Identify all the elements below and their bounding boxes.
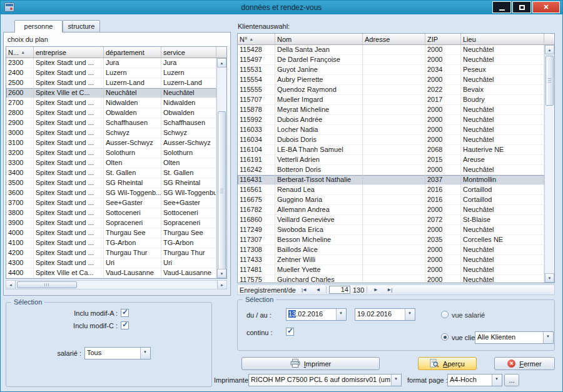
column-header[interactable]: Lieu (461, 34, 544, 44)
scroll-up-icon[interactable]: ▲ (545, 45, 554, 54)
format-page-dropdown[interactable]: A4-Hoch (447, 374, 502, 386)
record-position-input[interactable]: 14 (329, 286, 350, 294)
table-row[interactable]: 116431Berberat-Tissot Nathalie2037Montmo… (238, 175, 544, 185)
date-to-picker[interactable]: 19.02.2016 (355, 308, 415, 321)
salarie-dropdown[interactable]: Tous (84, 347, 151, 359)
scroll-thumb[interactable] (17, 281, 77, 288)
table-row[interactable]: 4100Spitex Stadt und ...TG-ArbonTG-Arbon (6, 238, 216, 248)
table-row[interactable]: 4000Spitex Stadt und ...Thurgau SeeThurg… (6, 228, 216, 238)
table-row[interactable]: 116675Guggino Maria2016Cortaillod (238, 195, 544, 205)
plan-grid-vscrollbar[interactable]: ▲ ▼ (216, 58, 226, 278)
vue-clients-radio[interactable] (441, 333, 449, 341)
column-header[interactable]: N°▲ (238, 34, 275, 44)
table-row[interactable]: 116561Renaud Lea2016Cortaillod (238, 185, 544, 195)
table-row[interactable]: 3600Spitex Stadt und ...SG Wil-Toggenb..… (6, 188, 216, 198)
table-row[interactable]: 2500Spitex Stadt und ...Luzern-LandLuzer… (6, 78, 216, 88)
table-row[interactable]: 4400Spitex Ville et Ca...Vaud-LausanneVa… (6, 268, 216, 278)
scroll-thumb[interactable] (218, 111, 226, 271)
table-row[interactable]: 4300Spitex Stadt und ...UriUri (6, 258, 216, 268)
next-record-button[interactable] (370, 286, 381, 294)
client-grid-vscrollbar[interactable]: ▲ ▼ (544, 45, 554, 283)
minimize-button[interactable] (492, 1, 511, 13)
scroll-thumb[interactable] (545, 56, 554, 106)
previous-record-button[interactable] (312, 286, 323, 294)
column-header[interactable]: Adresse (363, 34, 425, 44)
table-row[interactable]: 4200Spitex Stadt und ...Thurgau ThurThur… (6, 248, 216, 258)
chevron-down-icon[interactable] (140, 348, 150, 359)
table-row[interactable]: 3900Spitex Stadt und ...SopraceneriSopra… (6, 218, 216, 228)
scroll-left-icon[interactable]: ◄ (6, 281, 16, 289)
chevron-down-icon[interactable] (405, 309, 415, 320)
table-row[interactable]: 117307Besson Micheline2035Corcelles NE (238, 235, 544, 245)
plan-grid-hscrollbar[interactable]: ◄ ► (6, 280, 227, 289)
table-row[interactable]: 115497De Dardel Françoise2000Neuchâtel (238, 55, 544, 65)
maximize-button[interactable] (512, 1, 531, 13)
table-row[interactable]: 3100Spitex Stadt und ...Ausser-SchwyzAus… (6, 138, 216, 148)
chevron-down-icon[interactable] (543, 332, 553, 343)
table-row[interactable]: 115554Aubry Pierrette2000Neuchâtel (238, 75, 544, 85)
table-row[interactable]: 115707Mueller Imgard2017Boudry (238, 95, 544, 105)
column-header[interactable]: entreprise (34, 47, 104, 58)
column-header[interactable]: ZIP (425, 34, 461, 44)
table-row[interactable]: 117249Swoboda Erica2000Neuchâtel (238, 225, 544, 235)
fermer-button[interactable]: Fermer (494, 357, 555, 370)
table-row[interactable]: 3200Spitex Stadt und ...SolothurnSolothu… (6, 148, 216, 158)
table-row[interactable]: 3700Spitex Stadt und ...See+GasterSee+Ga… (6, 198, 216, 208)
table-row[interactable]: 2700Spitex Stadt und ...NidwaldenNidwald… (6, 98, 216, 108)
inclu-modif-a-checkbox[interactable] (121, 309, 129, 317)
imprimer-button[interactable]: Imprimer (241, 357, 380, 370)
scroll-up-icon[interactable]: ▲ (217, 58, 226, 68)
table-row[interactable]: 115878Meyrat Micheline2000Neuchâtel (238, 105, 544, 115)
table-row[interactable]: 116242Botteron Doris2000Neuchâtel (238, 165, 544, 175)
clients-filter-dropdown[interactable]: Alle Klienten (475, 331, 554, 344)
table-row[interactable]: 117308Baillods Alice2000Neuchâtel (238, 245, 544, 255)
tab-personne[interactable]: personne (14, 20, 63, 33)
first-record-button[interactable] (298, 286, 310, 294)
table-row[interactable]: 3800Spitex Stadt und ...SottoceneriSotto… (6, 208, 216, 218)
last-record-button[interactable] (383, 286, 395, 294)
table-row[interactable]: 3400Spitex Stadt und ...St. GallenSt. Ga… (6, 168, 216, 178)
date-from-picker[interactable]: 13.02.2016 (286, 308, 347, 321)
table-row[interactable]: 116033Locher Nadia2000Neuchâtel (238, 125, 544, 135)
printer-dropdown[interactable]: RICOH MP C7500 PCL 6 auf domissrv01 (um (248, 374, 402, 386)
chevron-down-icon[interactable] (391, 374, 401, 386)
scroll-down-icon[interactable]: ▼ (545, 273, 554, 283)
cell: Veillard Geneviève (275, 215, 363, 225)
table-row[interactable]: 115555Quendoz Raymond2022Bevaix (238, 85, 544, 95)
table-row[interactable]: 2600Spitex Ville et C...NeuchâtelNeuchât… (6, 88, 216, 98)
browse-button[interactable]: ... (504, 374, 519, 386)
scroll-down-icon[interactable]: ▼ (217, 269, 226, 278)
chevron-down-icon[interactable] (336, 309, 346, 320)
table-row[interactable]: 3500Spitex Stadt und ...SG RheintalSG Rh… (6, 178, 216, 188)
table-row[interactable]: 2400Spitex Stadt und ...LuzernLuzern (6, 68, 216, 78)
table-row[interactable]: 117481Mueller Yvette2000Neuchâtel (238, 265, 544, 275)
table-row[interactable]: 117575Guinchard Charles2000Neuchâtel (238, 275, 544, 283)
column-header[interactable]: service (161, 47, 216, 58)
table-row[interactable]: 2300Spitex Stadt und ...JuraJura (6, 58, 216, 68)
apercu-button[interactable]: Aperçu (418, 357, 477, 370)
tab-structure[interactable]: structure (63, 20, 100, 32)
table-row[interactable]: 3000Spitex Stadt und ...SchwyzSchwyz (6, 128, 216, 138)
table-row[interactable]: 116782Allemann Andrea2000Neuchâtel (238, 205, 544, 215)
vue-salarie-radio[interactable] (441, 311, 449, 318)
close-button[interactable]: ✕ (532, 1, 560, 13)
table-row[interactable]: 116860Veillard Geneviève2072St-Blaise (238, 215, 544, 225)
table-row[interactable]: 115992Dubois Andrée2000Neuchâtel (238, 115, 544, 125)
table-row[interactable]: 2800Spitex Stadt und ...ObwaldenObwalden (6, 108, 216, 118)
continu-checkbox[interactable] (286, 328, 294, 336)
cell: 2000 (425, 225, 461, 235)
table-row[interactable]: 116104LE-BA Thanh Samuel2068Hauterive NE (238, 145, 544, 155)
table-row[interactable]: 2900Spitex Stadt und ...SchaffhausenScha… (6, 118, 216, 128)
table-row[interactable]: 3300Spitex Stadt und ...OltenOlten (6, 158, 216, 168)
table-row[interactable]: 117433Zehtner Willi2000Neuchâtel (238, 255, 544, 265)
column-header[interactable]: département (104, 47, 161, 58)
table-row[interactable]: 115428Della Santa Jean2000Neuchâtel (238, 45, 544, 55)
column-header[interactable]: N...▲ (6, 47, 34, 58)
inclu-modif-c-checkbox[interactable] (121, 321, 129, 329)
scroll-right-icon[interactable]: ► (217, 281, 226, 289)
column-header[interactable]: Nom (275, 34, 363, 44)
table-row[interactable]: 116191Vetterli Adrien2015Areuse (238, 155, 544, 165)
chevron-down-icon[interactable] (492, 374, 502, 386)
table-row[interactable]: 116034Dubois Doris2000Neuchâtel (238, 135, 544, 145)
table-row[interactable]: 115531Guyot Janine2034Peseux (238, 65, 544, 75)
